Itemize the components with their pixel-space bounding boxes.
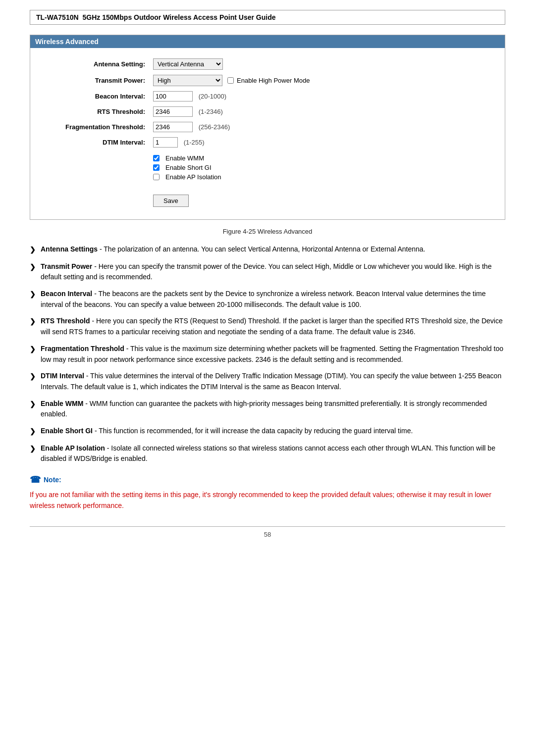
note-icon: ☎ (30, 474, 41, 485)
dtim-input[interactable] (153, 137, 178, 148)
short-gi-row: Enable Short GI (153, 164, 491, 171)
bullet-arrow: ❯ (30, 426, 36, 437)
dtim-label: DTIM Interval: (40, 135, 149, 150)
antenna-value: Vertical Antenna Horizontal Antenna Exte… (149, 56, 495, 72)
bullet-arrow: ❯ (30, 262, 36, 273)
transmit-power-select[interactable]: High Middle Low (153, 75, 222, 86)
wireless-advanced-box: Wireless Advanced Antenna Setting: Verti… (30, 35, 505, 220)
ap-isolation-row: Enable AP Isolation (153, 173, 491, 181)
bullet-text: Enable Short GI - This function is recom… (41, 426, 413, 437)
list-item: ❯ Transmit Power - Here you can specify … (30, 261, 505, 283)
short-gi-label: Enable Short GI (165, 164, 212, 171)
rts-label: RTS Threshold: (40, 104, 149, 119)
frag-range: (256-2346) (199, 123, 230, 131)
table-row-frag: Fragmentation Threshold: (256-2346) (40, 119, 495, 135)
bullet-text: Enable AP Isolation - Isolate all connec… (41, 443, 505, 464)
transmit-power-value: High Middle Low Enable High Power Mode (149, 72, 495, 89)
dtim-value: (1-255) (149, 135, 495, 150)
note-section: ☎ Note: If you are not familiar with the… (30, 474, 505, 511)
note-text: If you are not familiar with the setting… (30, 489, 505, 511)
bullet-arrow: ❯ (30, 399, 36, 410)
list-item: ❯ Enable Short GI - This function is rec… (30, 426, 505, 437)
bullet-text: RTS Threshold - Here you can specify the… (41, 316, 505, 337)
bullet-arrow: ❯ (30, 289, 36, 300)
beacon-range: (20-1000) (199, 93, 226, 100)
description-list: ❯ Antenna Settings - The polarization of… (30, 244, 505, 464)
bullet-text: DTIM Interval - This value determines th… (41, 371, 505, 392)
page-number: 58 (264, 531, 271, 538)
table-row-antenna: Antenna Setting: Vertical Antenna Horizo… (40, 56, 495, 72)
bullet-text: Fragmentation Threshold - This value is … (41, 344, 505, 365)
list-item: ❯ Antenna Settings - The polarization of… (30, 244, 505, 255)
wmm-label: Enable WMM (165, 154, 204, 162)
bullet-arrow: ❯ (30, 316, 36, 327)
rts-input[interactable] (153, 106, 193, 117)
header-model: TL-WA7510N (36, 13, 79, 21)
rts-range: (1-2346) (199, 108, 223, 115)
wmm-row: Enable WMM (153, 154, 491, 162)
wa-box-content: Antenna Setting: Vertical Antenna Horizo… (30, 48, 505, 219)
high-power-wrap: Enable High Power Mode (227, 77, 310, 84)
ap-isolation-label: Enable AP Isolation (165, 173, 221, 181)
bullet-text: Antenna Settings - The polarization of a… (41, 244, 425, 255)
table-row-save: Save (40, 185, 495, 209)
rts-value: (1-2346) (149, 104, 495, 119)
note-label: ☎ Note: (30, 474, 505, 485)
dtim-range: (1-255) (184, 139, 205, 146)
bullet-arrow: ❯ (30, 245, 36, 255)
frag-input[interactable] (153, 122, 193, 132)
figure-caption: Figure 4-25 Wireless Advanced (30, 228, 505, 235)
beacon-label: Beacon Interval: (40, 89, 149, 104)
antenna-select[interactable]: Vertical Antenna Horizontal Antenna Exte… (153, 58, 223, 70)
table-row-rts: RTS Threshold: (1-2346) (40, 104, 495, 119)
list-item: ❯ Fragmentation Threshold - This value i… (30, 344, 505, 365)
table-row-dtim: DTIM Interval: (1-255) (40, 135, 495, 150)
high-power-label: Enable High Power Mode (237, 77, 310, 84)
list-item: ❯ RTS Threshold - Here you can specify t… (30, 316, 505, 337)
frag-label: Fragmentation Threshold: (40, 119, 149, 135)
page-header: TL-WA7510N 5GHz 150Mbps Outdoor Wireless… (30, 10, 505, 25)
page-footer: 58 (30, 526, 505, 538)
list-item: ❯ Beacon Interval - The beacons are the … (30, 289, 505, 310)
short-gi-checkbox[interactable] (153, 164, 160, 171)
bullet-arrow: ❯ (30, 371, 36, 382)
note-label-text: Note: (44, 476, 61, 484)
beacon-input[interactable] (153, 91, 193, 101)
beacon-value: (20-1000) (149, 89, 495, 104)
list-item: ❯ Enable AP Isolation - Isolate all conn… (30, 443, 505, 464)
transmit-row: High Middle Low Enable High Power Mode (153, 75, 491, 86)
transmit-power-label: Transmit Power: (40, 72, 149, 89)
table-row-beacon: Beacon Interval: (20-1000) (40, 89, 495, 104)
save-button[interactable]: Save (153, 195, 189, 207)
list-item: ❯ Enable WMM - WMM function can guarante… (30, 399, 505, 420)
wmm-checkbox[interactable] (153, 155, 160, 161)
high-power-checkbox[interactable] (227, 77, 234, 84)
wa-settings-table: Antenna Setting: Vertical Antenna Horizo… (40, 56, 495, 209)
list-item: ❯ DTIM Interval - This value determines … (30, 371, 505, 392)
antenna-label: Antenna Setting: (40, 56, 149, 72)
ap-isolation-checkbox[interactable] (153, 174, 160, 180)
table-row-checkboxes: Enable WMM Enable Short GI Enable AP Iso… (40, 150, 495, 185)
header-title: 5GHz 150Mbps Outdoor Wireless Access Poi… (83, 13, 276, 21)
bullet-text: Enable WMM - WMM function can guarantee … (41, 399, 505, 420)
bullet-arrow: ❯ (30, 444, 36, 454)
table-row-transmit-power: Transmit Power: High Middle Low Enable H… (40, 72, 495, 89)
frag-value: (256-2346) (149, 119, 495, 135)
bullet-text: Beacon Interval - The beacons are the pa… (41, 289, 505, 310)
bullet-text: Transmit Power - Here you can specify th… (41, 261, 505, 283)
bullet-arrow: ❯ (30, 344, 36, 355)
wa-box-title: Wireless Advanced (30, 35, 505, 48)
